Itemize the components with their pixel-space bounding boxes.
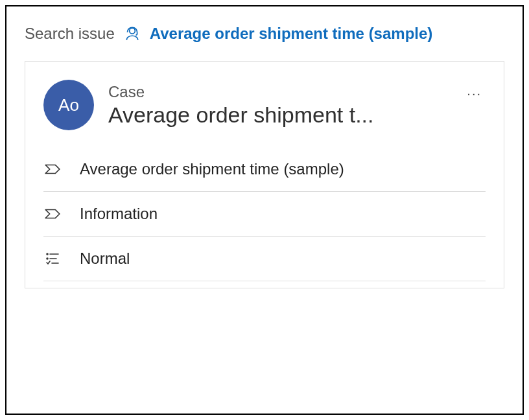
avatar: Ao bbox=[43, 80, 94, 130]
detail-row-priority[interactable]: Normal bbox=[43, 237, 486, 281]
breadcrumb-root[interactable]: Search issue bbox=[25, 25, 115, 43]
form-value: Information bbox=[80, 205, 158, 223]
svg-point-3 bbox=[47, 258, 48, 259]
case-card: Ao Case Average order shipment t... ... … bbox=[25, 61, 504, 288]
entity-type-label: Case bbox=[108, 83, 486, 101]
header-text: Case Average order shipment t... bbox=[108, 83, 486, 128]
process-stage-icon bbox=[43, 205, 62, 223]
card-header: Ao Case Average order shipment t... ... bbox=[43, 80, 486, 130]
case-title: Average order shipment t... bbox=[108, 102, 432, 128]
process-stage-icon bbox=[43, 160, 62, 178]
svg-point-1 bbox=[47, 253, 48, 255]
svg-point-0 bbox=[129, 28, 135, 34]
breadcrumb: Search issue Average order shipment time… bbox=[25, 25, 504, 43]
priority-value: Normal bbox=[80, 250, 130, 268]
breadcrumb-current[interactable]: Average order shipment time (sample) bbox=[150, 25, 433, 43]
priority-list-icon bbox=[43, 250, 62, 268]
subject-value: Average order shipment time (sample) bbox=[80, 160, 344, 178]
more-actions-button[interactable]: ... bbox=[467, 84, 482, 99]
detail-row-form[interactable]: Information bbox=[43, 192, 486, 237]
customer-headset-icon bbox=[124, 25, 141, 42]
panel-frame: Search issue Average order shipment time… bbox=[5, 5, 524, 415]
detail-row-subject[interactable]: Average order shipment time (sample) bbox=[43, 147, 486, 192]
